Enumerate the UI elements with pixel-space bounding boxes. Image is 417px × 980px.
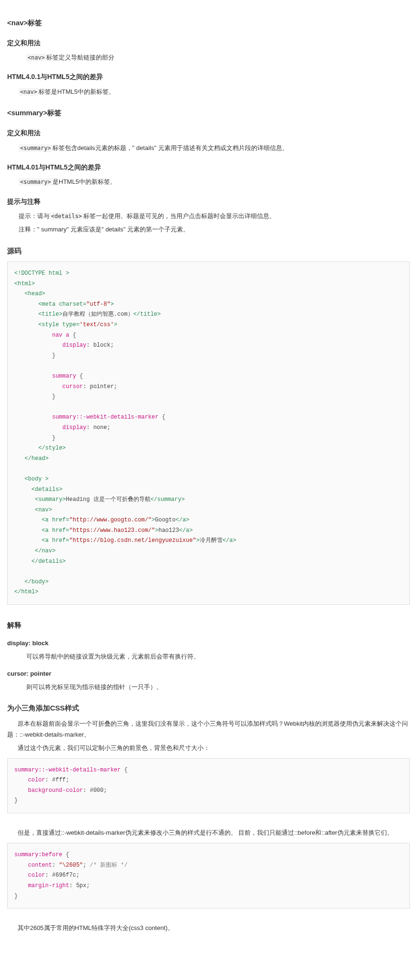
nav-diff-body: 标签是HTML5中的新标签。	[39, 88, 115, 95]
tip-after: 标签一起使用。标题是可见的，当用户点击标题时会显示出详细信息。	[83, 212, 275, 220]
display-block-heading: display: block	[7, 638, 410, 649]
summary-tip-heading: 提示与注释	[7, 196, 410, 208]
details-tag-inline: <details>	[50, 212, 83, 220]
summary-diff-body: 是HTML5中的新标签。	[52, 178, 116, 185]
nav-def-text: <nav>标签定义导航链接的部分	[26, 52, 410, 63]
display-block-text: 可以将导航中的链接设置为块级元素，元素前后会带有换行符。	[26, 651, 410, 662]
cursor-pointer-heading: cursor: pointer	[7, 669, 410, 679]
nav-tag-inline: <nav>	[26, 54, 46, 61]
summary-def-body: 标签包含details元素的标题，" details" 元素用于描述有关文档或文…	[52, 144, 288, 151]
css-end: 其中2605属于常用的HTML特殊字符大全(css3 content)。	[7, 923, 410, 933]
summary-note-text: 注释：" summary" 元素应该是" details" 元素的第一个子元素。	[19, 224, 410, 235]
summary-tag-inline2: <summary>	[19, 178, 52, 186]
summary-tip-text: 提示：请与<details>标签一起使用。标题是可见的，当用户点击标题时会显示出…	[19, 211, 410, 221]
tip-label: 提示：请与	[19, 212, 50, 220]
summary-diff-text: <summary>是HTML5中的新标签。	[19, 177, 410, 187]
nav-diff-heading: HTML4.0.1与HTML5之间的差异	[7, 71, 410, 83]
css-code-block-1: summary::-webkit-details-marker { color:…	[7, 758, 410, 813]
css-triangle-title: 为小三角添加CSS样式	[7, 702, 410, 714]
css-p1: 原本在标题前面会显示一个可折叠的三角，这里我们没有显示，这个小三角符号可以添加样…	[7, 719, 410, 740]
css-code-block-2: summary:before { content: "\2605"; /* 新图…	[7, 843, 410, 909]
summary-tag-inline: <summary>	[19, 144, 52, 152]
css-p2: 通过这个伪元素，我们可以定制小三角的前景色，背景色和尺寸大小：	[7, 743, 410, 753]
summary-def-heading: 定义和用法	[7, 128, 410, 139]
summary-diff-heading: HTML4.01与HTML5之间的差异	[7, 162, 410, 173]
nav-def-body: 标签定义导航链接的部分	[46, 54, 114, 61]
nav-tag-title: <nav>标签	[7, 17, 410, 29]
nav-tag-inline2: <nav>	[19, 88, 39, 96]
source-code-block: <!DOCTYPE html > <html> <head> <meta cha…	[7, 261, 410, 605]
source-title: 源码	[7, 245, 410, 257]
explain-title: 解释	[7, 619, 410, 631]
css-mid: 但是，直接通过::-webkit-details-marker伪元素来修改小三角…	[7, 828, 410, 838]
summary-tag-title: <summary>标签	[7, 107, 410, 119]
cursor-pointer-text: 则可以将光标呈现为指示链接的指针（一只手）。	[26, 682, 410, 692]
nav-diff-text: <nav>标签是HTML5中的新标签。	[19, 87, 410, 97]
nav-def-heading: 定义和用法	[7, 38, 410, 49]
summary-def-text: <summary>标签包含details元素的标题，" details" 元素用…	[19, 143, 410, 153]
